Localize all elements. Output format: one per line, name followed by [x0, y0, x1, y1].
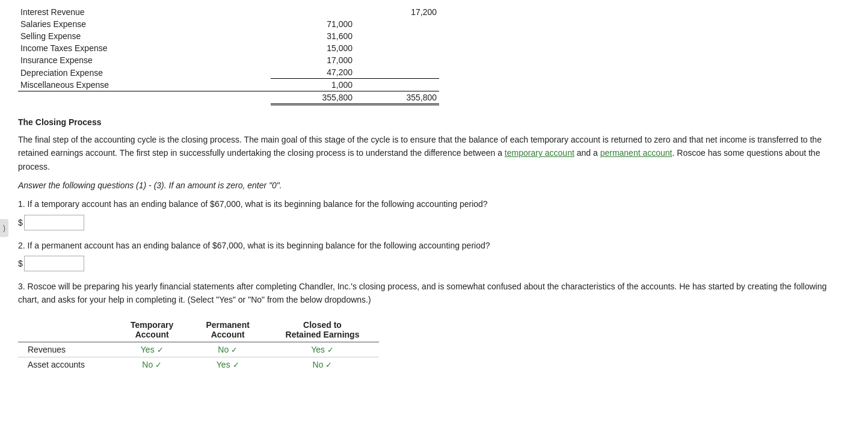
debit-amount: 17,000 — [271, 54, 355, 66]
question-1-input-row: $ — [18, 215, 850, 230]
col1-header-line1: Temporary — [124, 320, 180, 330]
col2-select[interactable]: No ✓ — [218, 345, 238, 354]
account-name: Interest Revenue — [18, 6, 271, 18]
account-name: Depreciation Expense — [18, 66, 271, 79]
sidebar-marker[interactable]: ) — [0, 219, 8, 237]
debit-amount: 47,200 — [271, 66, 355, 79]
question-1: 1. If a temporary account has an ending … — [18, 197, 850, 211]
col3-header-line2: Retained Earnings — [275, 330, 369, 339]
temporary-account-link[interactable]: temporary account — [505, 148, 574, 158]
question-1-input[interactable] — [24, 215, 84, 230]
chart-col3-value[interactable]: No ✓ — [266, 357, 379, 372]
account-name: Miscellaneous Expense — [18, 79, 271, 91]
col2-header-line1: Permanent — [199, 320, 256, 330]
chart-row: Asset accountsNo ✓Yes ✓No ✓ — [18, 357, 379, 372]
credit-amount: 17,200 — [355, 6, 439, 18]
question-2: 2. If a permanent account has an ending … — [18, 239, 850, 252]
debit-amount: 15,000 — [271, 42, 355, 54]
col2-header-line2: Account — [199, 330, 256, 339]
total-credit: 355,800 — [355, 91, 439, 105]
ledger-total-row: 355,800 355,800 — [18, 91, 439, 105]
col1-select[interactable]: Yes ✓ — [141, 345, 164, 354]
chart-row-label: Asset accounts — [18, 357, 114, 372]
ledger-row: Interest Revenue17,200 — [18, 6, 439, 18]
col2-select[interactable]: Yes ✓ — [217, 360, 239, 369]
section-title: The Closing Process — [18, 117, 850, 127]
credit-amount — [355, 54, 439, 66]
account-name: Insurance Expense — [18, 54, 271, 66]
chart-col2-value[interactable]: Yes ✓ — [189, 357, 266, 372]
chart-col3-header: Closed to Retained Earnings — [266, 318, 379, 342]
chart-row: RevenuesYes ✓No ✓Yes ✓ — [18, 342, 379, 357]
ledger-row: Miscellaneous Expense1,000 — [18, 79, 439, 91]
credit-amount — [355, 18, 439, 30]
permanent-account-link[interactable]: permanent account — [600, 148, 673, 158]
chart-header-row: Temporary Account Permanent Account Clos… — [18, 318, 379, 342]
chart-container: Temporary Account Permanent Account Clos… — [18, 318, 850, 372]
chart-col1-value[interactable]: Yes ✓ — [114, 342, 189, 357]
account-name: Income Taxes Expense — [18, 42, 271, 54]
q1-dollar: $ — [18, 218, 23, 227]
sidebar-icon: ) — [3, 224, 5, 232]
ledger-row: Insurance Expense17,000 — [18, 54, 439, 66]
instruction-text: Answer the following questions (1) - (3)… — [18, 180, 850, 190]
ledger-table: Interest Revenue17,200Salaries Expense71… — [18, 6, 439, 105]
chart-col2-header: Permanent Account — [189, 318, 266, 342]
debit-amount: 31,600 — [271, 30, 355, 42]
col1-select[interactable]: No ✓ — [142, 360, 162, 369]
ledger-row: Selling Expense31,600 — [18, 30, 439, 42]
question-3: 3. Roscoe will be preparing his yearly f… — [18, 280, 850, 307]
paragraph-1-mid: and a — [574, 148, 600, 158]
col3-select[interactable]: No ✓ — [313, 360, 333, 369]
debit-amount — [271, 6, 355, 18]
col3-select[interactable]: Yes ✓ — [311, 345, 334, 354]
chart-col0-header — [18, 318, 114, 342]
credit-amount — [355, 66, 439, 79]
chart-col1-value[interactable]: No ✓ — [114, 357, 189, 372]
debit-amount: 71,000 — [271, 18, 355, 30]
question-2-input-row: $ — [18, 256, 850, 271]
account-name: Selling Expense — [18, 30, 271, 42]
debit-amount: 1,000 — [271, 79, 355, 91]
credit-amount — [355, 30, 439, 42]
q2-dollar: $ — [18, 259, 23, 268]
account-name: Salaries Expense — [18, 18, 271, 30]
paragraph-1: The final step of the accounting cycle i… — [18, 133, 848, 173]
chart-col1-header: Temporary Account — [114, 318, 189, 342]
question-2-input[interactable] — [24, 256, 84, 271]
credit-amount — [355, 42, 439, 54]
col1-header-line2: Account — [124, 330, 180, 339]
chart-table: Temporary Account Permanent Account Clos… — [18, 318, 379, 372]
ledger-row: Salaries Expense71,000 — [18, 18, 439, 30]
ledger-row: Income Taxes Expense15,000 — [18, 42, 439, 54]
col3-header-line1: Closed to — [275, 320, 369, 330]
chart-col2-value[interactable]: No ✓ — [189, 342, 266, 357]
credit-amount — [355, 79, 439, 91]
chart-row-label: Revenues — [18, 342, 114, 357]
ledger-row: Depreciation Expense47,200 — [18, 66, 439, 79]
chart-col3-value[interactable]: Yes ✓ — [266, 342, 379, 357]
total-debit: 355,800 — [271, 91, 355, 105]
